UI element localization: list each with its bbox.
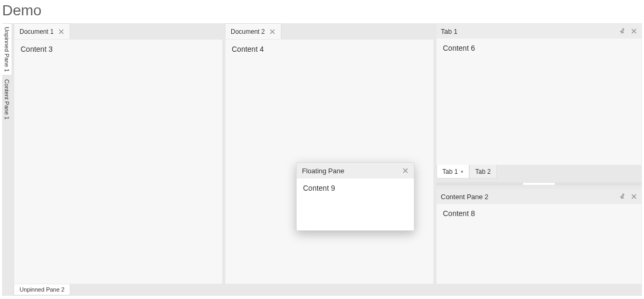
- right-column: Tab 1 Content 6 Tab 1 ▾: [436, 23, 642, 284]
- horizontal-splitter[interactable]: [436, 182, 642, 185]
- left-unpinned-strip: Unpinned Pane 1 Content Pane 1: [2, 23, 14, 284]
- floating-pane[interactable]: Floating Pane Content 9: [296, 162, 414, 231]
- close-icon[interactable]: [269, 29, 276, 35]
- tab-tab2[interactable]: Tab 2: [469, 165, 496, 179]
- left-unpinned-tab-2[interactable]: Content Pane 1: [2, 76, 12, 123]
- close-icon[interactable]: [631, 193, 637, 200]
- right-bottom-panel-header[interactable]: Content Pane 2: [437, 189, 641, 204]
- close-icon[interactable]: [402, 167, 409, 174]
- right-bottom-panel: Content Pane 2 Content 8: [436, 189, 642, 284]
- tab-document-1[interactable]: Document 1: [14, 23, 70, 39]
- document-pane-1: Document 1 Content 3: [14, 23, 223, 284]
- pin-icon[interactable]: [619, 193, 626, 200]
- pin-icon[interactable]: [619, 28, 626, 34]
- right-top-panel-tabs: Tab 1 ▾ Tab 2: [437, 165, 641, 179]
- right-bottom-panel-body: Content 8: [437, 204, 641, 284]
- floating-pane-header[interactable]: Floating Pane: [297, 163, 414, 179]
- close-icon[interactable]: [58, 29, 64, 35]
- right-top-panel-title: Tab 1: [441, 27, 458, 35]
- tab-document-2-label: Document 2: [231, 28, 265, 35]
- floating-pane-body: Content 9: [297, 179, 414, 230]
- close-icon[interactable]: [631, 28, 637, 34]
- tab-tab1[interactable]: Tab 1 ▾: [437, 165, 469, 179]
- chevron-down-icon[interactable]: ▾: [461, 169, 463, 174]
- dock-root: Unpinned Pane 1 Content Pane 1 Unpinned …: [2, 23, 642, 296]
- left-unpinned-tab-1[interactable]: Unpinned Pane 1: [2, 23, 12, 76]
- bottom-unpinned-strip: Unpinned Pane 2: [14, 284, 642, 296]
- tab-document-1-label: Document 1: [20, 28, 54, 35]
- document-2-tabrow: Document 2: [225, 23, 434, 39]
- bottom-unpinned-tab-1[interactable]: Unpinned Pane 2: [14, 284, 70, 295]
- document-2-body: Content 4: [225, 39, 434, 284]
- document-1-body: Content 3: [14, 39, 223, 284]
- right-top-panel: Tab 1 Content 6 Tab 1 ▾: [436, 23, 642, 179]
- right-top-panel-header[interactable]: Tab 1: [437, 24, 641, 39]
- document-1-tabrow: Document 1: [14, 23, 223, 39]
- tab-tab2-label: Tab 2: [475, 168, 490, 175]
- right-bottom-panel-title: Content Pane 2: [441, 193, 488, 201]
- right-top-panel-body: Content 6: [437, 39, 641, 165]
- document-pane-2: Document 2 Content 4: [225, 23, 434, 284]
- page-title: Demo: [0, 0, 644, 23]
- work-area: Document 1 Content 3 Document 2: [14, 23, 642, 284]
- document-host: Document 1 Content 3 Document 2: [14, 23, 434, 284]
- tab-tab1-label: Tab 1: [442, 168, 458, 175]
- tab-document-2[interactable]: Document 2: [225, 23, 281, 39]
- floating-pane-title: Floating Pane: [302, 167, 344, 175]
